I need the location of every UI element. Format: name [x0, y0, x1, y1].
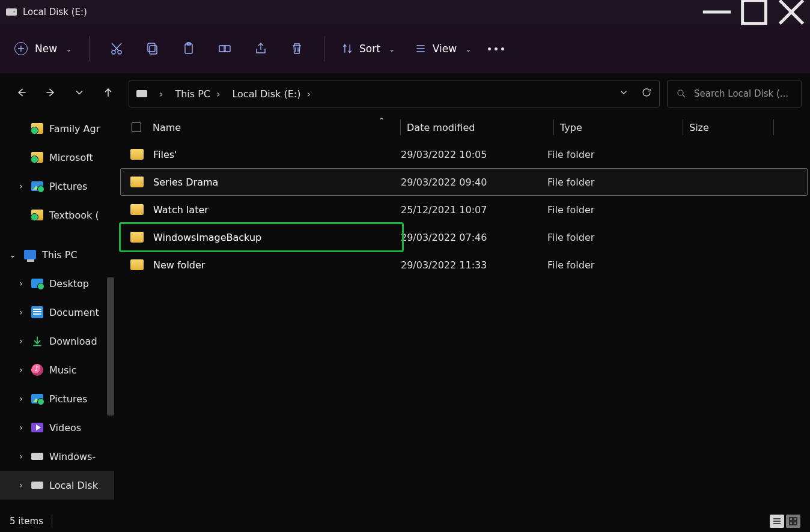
sidebar-item[interactable]: › Download — [0, 327, 114, 355]
back-button[interactable] — [16, 86, 28, 101]
column-date[interactable]: Date modified — [407, 122, 553, 133]
recent-locations-button[interactable] — [73, 86, 85, 101]
address-bar[interactable]: › This PC› Local Disk (E:)› — [129, 80, 660, 107]
forward-button[interactable] — [44, 86, 56, 101]
folder-icon — [130, 177, 144, 187]
sidebar-label: Local Disk — [49, 480, 98, 491]
select-all-checkbox[interactable] — [132, 122, 141, 132]
folder-icon — [130, 259, 144, 270]
delete-button[interactable] — [287, 38, 307, 59]
sidebar-item[interactable]: › Document — [0, 298, 114, 327]
expand-icon[interactable]: › — [17, 452, 25, 461]
sidebar-label: Microsoft — [49, 152, 93, 163]
breadcrumb-item[interactable]: This PC› — [175, 88, 226, 100]
videos-icon — [31, 423, 43, 432]
column-size[interactable]: Size — [689, 122, 773, 133]
pictures-icon — [31, 394, 43, 404]
sidebar-item-thispc[interactable]: ⌄ This PC — [0, 240, 114, 269]
column-headers: Name ⌃ Date modified Type Size — [120, 114, 810, 141]
new-button[interactable]: + New ⌄ — [14, 42, 72, 55]
sidebar-item[interactable]: Textbook ( — [0, 201, 114, 229]
sidebar-item-current[interactable]: › Local Disk — [0, 471, 114, 500]
breadcrumb-item[interactable]: Local Disk (E:)› — [232, 88, 316, 100]
svg-rect-25 — [790, 518, 793, 521]
rename-button[interactable] — [215, 38, 235, 59]
toolbar: + New ⌄ Sort ⌄ View ⌄ — [0, 24, 810, 73]
expand-icon[interactable]: › — [17, 394, 25, 404]
file-list: Name ⌃ Date modified Type Size Files' 29… — [114, 114, 810, 510]
folder-icon — [31, 210, 43, 220]
expand-icon[interactable]: › — [17, 480, 25, 490]
expand-icon[interactable]: › — [17, 336, 25, 346]
drive-icon — [31, 482, 43, 489]
close-button[interactable] — [773, 0, 810, 24]
expand-icon[interactable]: › — [17, 279, 25, 288]
sidebar: Family Agr Microsoft › Pictures Textbook… — [0, 114, 114, 510]
share-button[interactable] — [251, 38, 271, 59]
minimize-button[interactable] — [698, 0, 735, 24]
refresh-button[interactable] — [641, 87, 652, 100]
sidebar-item[interactable]: › Pictures — [0, 172, 114, 201]
chevron-down-icon: ⌄ — [465, 44, 472, 53]
sidebar-label: Textbook ( — [49, 210, 99, 221]
file-row[interactable]: Watch later 25/12/2021 10:07 File folder — [120, 196, 808, 223]
file-row[interactable]: Files' 29/03/2022 10:05 File folder — [120, 141, 808, 168]
svg-rect-26 — [794, 518, 797, 521]
sidebar-item[interactable]: › Music — [0, 355, 114, 384]
svg-point-4 — [112, 50, 115, 54]
expand-icon[interactable]: › — [17, 365, 25, 375]
chevron-down-icon: ⌄ — [389, 44, 395, 53]
svg-rect-28 — [794, 522, 797, 525]
maximize-button[interactable] — [735, 0, 773, 24]
desktop-icon — [31, 279, 43, 288]
folder-icon — [130, 232, 144, 243]
pc-icon — [24, 250, 36, 259]
expand-icon[interactable]: › — [17, 307, 25, 317]
drive-icon — [31, 453, 43, 460]
sort-button[interactable]: Sort ⌄ — [341, 43, 395, 55]
expand-icon[interactable]: › — [17, 181, 25, 191]
search-input[interactable]: Search Local Disk (... — [667, 80, 802, 107]
sidebar-label: Download — [49, 336, 97, 347]
expand-icon[interactable]: › — [17, 423, 25, 432]
sidebar-item[interactable]: Family Agr — [0, 114, 114, 143]
svg-line-20 — [683, 95, 685, 97]
column-name[interactable]: Name ⌃ — [153, 122, 400, 133]
svg-point-5 — [118, 50, 121, 54]
view-label: View — [433, 43, 457, 55]
sidebar-item[interactable]: › Videos — [0, 413, 114, 442]
svg-rect-1 — [743, 1, 766, 24]
chevron-down-icon: ⌄ — [65, 44, 72, 53]
more-button[interactable] — [486, 47, 506, 50]
sidebar-item[interactable]: › Pictures — [0, 384, 114, 413]
view-button[interactable]: View ⌄ — [415, 43, 472, 55]
sidebar-label: Videos — [49, 422, 81, 434]
sidebar-label: Document — [49, 307, 99, 318]
address-dropdown[interactable] — [618, 87, 629, 100]
titlebar: Local Disk (E:) — [0, 0, 810, 24]
sort-label: Sort — [359, 43, 380, 55]
documents-icon — [31, 306, 43, 318]
svg-rect-6 — [150, 46, 157, 54]
sidebar-scrollbar[interactable] — [107, 277, 114, 416]
details-view-button[interactable] — [770, 515, 784, 528]
folder-icon — [130, 149, 144, 160]
sidebar-item[interactable]: › Desktop — [0, 269, 114, 298]
drive-icon — [6, 8, 17, 16]
file-row[interactable]: New folder 29/03/2022 11:33 File folder — [120, 251, 808, 279]
folder-icon — [31, 123, 43, 134]
file-row[interactable]: Series Drama 29/03/2022 09:40 File folde… — [120, 168, 808, 196]
file-row-highlighted[interactable]: WindowsImageBackup — [120, 223, 403, 251]
sidebar-item[interactable]: › Windows- — [0, 442, 114, 471]
cut-button[interactable] — [106, 38, 127, 59]
column-type[interactable]: Type — [560, 122, 683, 133]
paste-button[interactable] — [178, 38, 199, 59]
svg-rect-7 — [148, 43, 155, 52]
sidebar-label: Desktop — [49, 278, 89, 289]
sidebar-item[interactable]: Microsoft — [0, 143, 114, 172]
status-bar: 5 items — [0, 510, 810, 532]
thumbnails-view-button[interactable] — [786, 515, 800, 528]
collapse-icon[interactable]: ⌄ — [8, 250, 17, 259]
copy-button[interactable] — [142, 38, 163, 59]
up-button[interactable] — [102, 86, 114, 101]
